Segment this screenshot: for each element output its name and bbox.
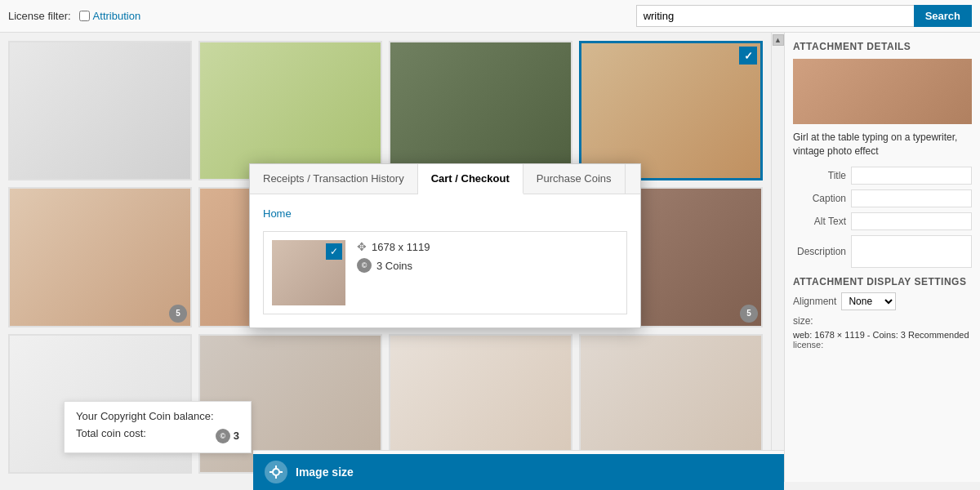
- tab-receipts[interactable]: Receipts / Transaction History: [250, 164, 418, 194]
- alignment-row: Alignment None Left Center Right: [793, 292, 972, 310]
- image-cell-5[interactable]: 5: [8, 187, 192, 327]
- alttext-input[interactable]: [851, 212, 972, 230]
- image-cell-2[interactable]: [198, 41, 382, 180]
- coin-badge-5: 5: [169, 305, 187, 323]
- search-button[interactable]: Search: [914, 5, 972, 27]
- right-panel: ATTACHMENT DETAILS Girl at the table typ…: [784, 33, 980, 482]
- alttext-field-row: Alt Text: [793, 212, 972, 230]
- tab-purchase-coins[interactable]: Purchase Coins: [523, 164, 626, 194]
- cart-item: ✓ ✥ 1678 x 1119 © 3 Coins: [263, 231, 627, 314]
- attachment-details-title: ATTACHMENT DETAILS: [793, 41, 972, 52]
- cart-body: Home ✓ ✥ 1678 x 1119 © 3 Coins: [250, 194, 640, 327]
- scroll-track[interactable]: ▲: [771, 33, 784, 482]
- image-cell-4[interactable]: ✓: [579, 41, 763, 180]
- description-input[interactable]: [851, 235, 972, 268]
- title-input[interactable]: [851, 167, 972, 185]
- cart-item-size: ✥ 1678 x 1119: [357, 240, 430, 253]
- top-bar: License filter: Attribution Search: [0, 0, 980, 33]
- caption-field-row: Caption: [793, 189, 972, 207]
- cart-item-checkmark: ✓: [326, 243, 342, 260]
- cost-label: Total coin cost:: [76, 427, 146, 439]
- cart-item-coins: © 3 Coins: [357, 258, 430, 273]
- attribution-check-input[interactable]: [79, 11, 90, 21]
- license-label: license:: [793, 340, 972, 350]
- cart-item-thumbnail: ✓: [272, 240, 345, 305]
- caption-input[interactable]: [851, 189, 972, 207]
- cart-home-link[interactable]: Home: [263, 207, 627, 220]
- cart-modal: Receipts / Transaction History Cart / Ch…: [249, 163, 641, 328]
- alttext-label: Alt Text: [793, 216, 846, 227]
- description-label: Description: [793, 246, 846, 257]
- alignment-select[interactable]: None Left Center Right: [841, 292, 896, 310]
- image-cell-3[interactable]: [389, 41, 572, 180]
- size-value: web: 1678 × 1119 - Coins: 3 Recommended: [793, 330, 972, 340]
- coin-icon: ©: [357, 258, 372, 273]
- tab-cart-checkout[interactable]: Cart / Checkout: [418, 164, 523, 194]
- coins-total-value: © 3: [216, 429, 239, 443]
- attachment-settings-title: ATTACHMENT DISPLAY SETTINGS: [793, 276, 972, 287]
- license-filter-label: License filter:: [8, 10, 71, 22]
- attachment-thumbnail: [793, 59, 972, 124]
- cart-item-size-value: 1678 x 1119: [372, 241, 430, 253]
- description-field-row: Description: [793, 235, 972, 268]
- coin-total-icon: ©: [216, 429, 230, 443]
- puzzle-icon: ✥: [357, 240, 367, 253]
- image-size-label: Image size: [296, 466, 354, 479]
- image-size-bar[interactable]: Image size: [253, 454, 784, 490]
- size-label: size:: [793, 315, 972, 327]
- search-bar: Search: [636, 5, 972, 27]
- title-field-row: Title: [793, 167, 972, 185]
- search-input[interactable]: [636, 5, 914, 27]
- image-cell-1[interactable]: [8, 41, 192, 180]
- cart-tabs: Receipts / Transaction History Cart / Ch…: [250, 164, 640, 194]
- title-label: Title: [793, 170, 846, 181]
- coin-badge-8: 5: [740, 305, 758, 323]
- balance-label: Your Copyright Coin balance:: [76, 410, 239, 422]
- attribution-label: Attribution: [93, 10, 141, 22]
- cost-row: Total coin cost: © 3: [76, 427, 239, 444]
- cart-item-details: ✥ 1678 x 1119 © 3 Coins: [357, 240, 430, 273]
- scroll-up-arrow[interactable]: ▲: [773, 34, 784, 46]
- cart-item-coins-value: 3 Coins: [376, 260, 412, 272]
- image-size-icon: [265, 461, 287, 483]
- attribution-checkbox[interactable]: Attribution: [79, 10, 141, 22]
- svg-point-0: [273, 469, 279, 475]
- caption-label: Caption: [793, 193, 846, 204]
- selected-checkmark: ✓: [739, 47, 757, 65]
- attachment-description: Girl at the table typing on a typewriter…: [793, 131, 972, 158]
- alignment-label: Alignment: [793, 296, 836, 307]
- balance-tooltip: Your Copyright Coin balance: Total coin …: [64, 401, 252, 453]
